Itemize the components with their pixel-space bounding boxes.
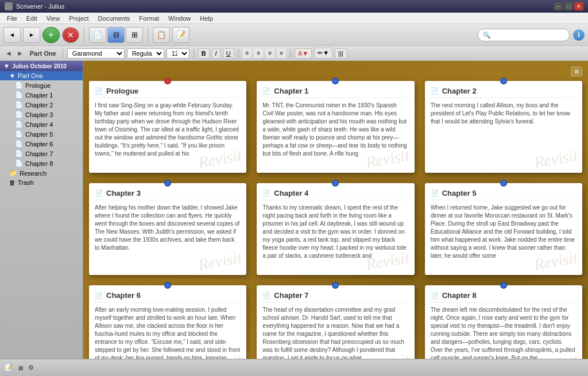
remove-button[interactable]: ✕ [62,27,79,43]
doc-icon: 📄 [15,150,23,157]
align-justify-button[interactable]: ≡ [277,48,286,58]
nav-arrows: ◄ ► [3,48,25,59]
trash-icon: 🗑 [9,179,16,186]
menu-window[interactable]: Window [164,14,195,23]
highlight-button[interactable]: ✏▼ [314,48,332,59]
sidebar-item-chapter1[interactable]: 📄 Chapter 1 [0,90,83,100]
card-title-chapter4: Chapter 4 [274,189,308,197]
doc-icon: 📄 [15,91,23,99]
sidebar-item-chapter3[interactable]: 📄 Chapter 3 [0,110,83,119]
doc-button-2[interactable]: ⊟ [107,27,125,43]
nav-forward-button[interactable]: ► [15,48,25,59]
triangle-icon: ▼ [9,72,16,79]
sidebar-label: Chapter 2 [25,102,53,108]
style-select[interactable]: Regular [127,48,164,59]
tool-button-1[interactable]: 📋 [153,27,170,43]
sidebar-item-partone[interactable]: ▼ Part One [0,71,83,80]
format-extra[interactable]: ||| [335,48,347,59]
back-button[interactable]: ◄ [3,27,21,43]
card-chapter2[interactable]: 📄 Chapter 2 The next morning I called Al… [425,81,582,173]
card-header-chapter2: 📄 Chapter 2 [431,87,577,98]
minimize-button[interactable]: ─ [554,2,563,10]
sidebar-item-chapter6[interactable]: 📄 Chapter 6 [0,139,83,149]
main-area: ▼ Julius October 2010 ▼ Part One 📄 Prolo… [0,61,588,359]
sidebar-item-chapter8[interactable]: 📄 Chapter 8 [0,158,83,168]
info-button[interactable]: i [573,29,585,41]
format-bar: ◄ ► Part One Garamond Regular 12 B I U ≡… [0,46,588,61]
card-title-chapter1: Chapter 1 [274,87,308,95]
text-color-button[interactable]: A▼ [295,48,312,59]
menu-file[interactable]: File [2,14,22,23]
tool-button-2[interactable]: 📝 [172,27,189,43]
sidebar-item-chapter2[interactable]: 📄 Chapter 2 [0,100,83,110]
sidebar-label: Chapter 7 [25,150,53,157]
card-header-chapter8: 📄 Chapter 8 [431,291,577,303]
status-icon-3[interactable]: ⚙ [28,364,34,371]
window-controls: ─ □ ✕ [554,2,583,10]
menu-bar: File Edit View Project Documents Format … [0,13,588,24]
cork-top-bar: ⊞ [89,67,582,76]
menu-format[interactable]: Format [134,14,164,23]
add-button[interactable]: + [42,27,60,43]
card-pin-chapter4 [332,180,339,187]
sidebar-item-chapter5[interactable]: 📄 Chapter 5 [0,129,83,139]
card-chapter5[interactable]: 📄 Chapter 5 When I returned home, Jake s… [425,183,582,275]
doc-icon: 📄 [15,121,23,128]
card-pin-chapter1 [332,77,339,84]
underline-button[interactable]: U [223,48,234,59]
menu-edit[interactable]: Edit [22,14,42,23]
view-options-button[interactable]: ⊞ [571,67,582,76]
bold-button[interactable]: B [198,48,210,59]
menu-view[interactable]: View [42,14,65,23]
sidebar-item-trash[interactable]: 🗑 Trash [0,178,83,187]
card-pin-chapter5 [500,180,507,187]
align-left-button[interactable]: ≡ [243,48,252,58]
card-chapter7[interactable]: 📄 Chapter 7 The head of my dissertation … [257,285,414,359]
collapse-icon[interactable]: ▼ [3,63,10,69]
toolbar: ◄ ► + ✕ 📄 ⊟ ⊞ 📋 📝 i [0,24,588,46]
status-bar: 📝 🖥 ⚙ [0,359,588,376]
status-icon-2[interactable]: 🖥 [17,365,24,371]
card-chapter6[interactable]: 📄 Chapter 6 After an early morning love-… [89,285,246,359]
align-right-button[interactable]: ≡ [265,48,274,58]
card-pin-chapter7 [332,282,339,289]
card-header-chapter6: 📄 Chapter 6 [95,291,241,303]
card-pin-prologue [164,77,171,84]
card-chapter1[interactable]: 📄 Chapter 1 Mr. TNT, the Communist miner… [257,81,414,173]
italic-button[interactable]: I [212,48,220,59]
doc-icon: 📄 [15,140,23,148]
doc-button-1[interactable]: 📄 [89,27,106,43]
card-pin-chapter8 [500,282,507,289]
forward-button[interactable]: ► [23,27,40,43]
maximize-button[interactable]: □ [564,2,573,10]
card-header-prologue: 📄 Prologue [95,87,241,98]
size-select[interactable]: 12 [167,48,189,59]
close-button[interactable]: ✕ [574,2,583,10]
card-text-chapter1: Mr. TNT, the Communist miner in the 1930… [262,102,408,158]
status-icon-1[interactable]: 📝 [5,364,13,371]
sidebar-item-research[interactable]: 📁 Research [0,168,83,178]
menu-project[interactable]: Project [64,14,93,23]
sidebar-item-chapter7[interactable]: 📄 Chapter 7 [0,149,83,158]
sidebar-label: Chapter 1 [25,92,53,99]
card-chapter3[interactable]: 📄 Chapter 3 After helping his mother dow… [89,183,246,275]
sidebar: ▼ Julius October 2010 ▼ Part One 📄 Prolo… [0,61,83,359]
sidebar-label: Chapter 6 [25,141,53,148]
menu-help[interactable]: Help [195,14,218,23]
card-chapter8[interactable]: 📄 Chapter 8 The dream left me discombobu… [425,285,582,359]
corkboard: ⊞ 📄 Prologue I first saw Sing-Sing on a … [83,61,588,359]
align-center-button[interactable]: ≡ [254,48,263,58]
card-chapter4[interactable]: 📄 Chapter 4 Thanks to my cinematic dream… [257,183,414,275]
doc-icon: 📄 [15,82,23,89]
nav-back-button[interactable]: ◄ [3,48,14,59]
sidebar-item-prologue[interactable]: 📄 Prologue [0,80,83,90]
cards-grid: 📄 Prologue I first saw Sing-Sing on a gr… [89,81,582,359]
menu-documents[interactable]: Documents [94,14,135,23]
bottom-bar: 📝 🖥 ⚙ ⊞ The Final Draft Document3 - Micr… [0,359,588,376]
card-prologue[interactable]: 📄 Prologue I first saw Sing-Sing on a gr… [89,81,246,173]
folder-icon: 📁 [9,169,17,177]
sidebar-item-chapter4[interactable]: 📄 Chapter 4 [0,119,83,129]
search-input[interactable] [478,29,570,41]
doc-button-3[interactable]: ⊞ [126,27,143,43]
font-select[interactable]: Garamond [67,48,125,59]
